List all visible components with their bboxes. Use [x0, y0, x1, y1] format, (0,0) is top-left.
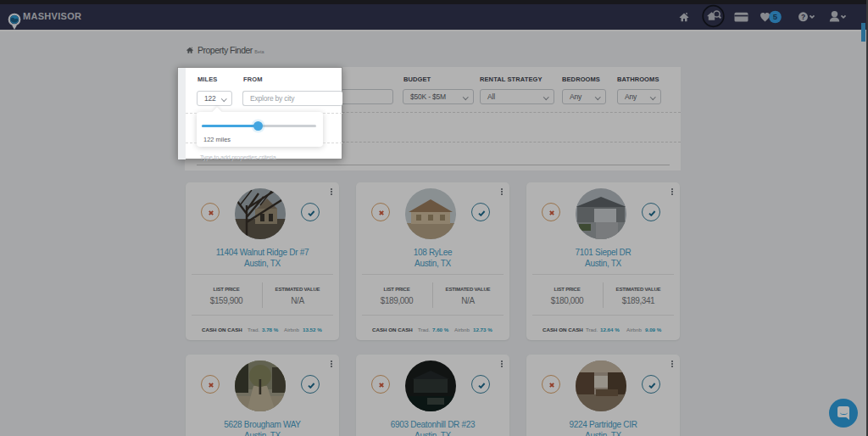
svg-text:?: ? — [801, 13, 805, 21]
svg-text:5: 5 — [773, 12, 778, 21]
